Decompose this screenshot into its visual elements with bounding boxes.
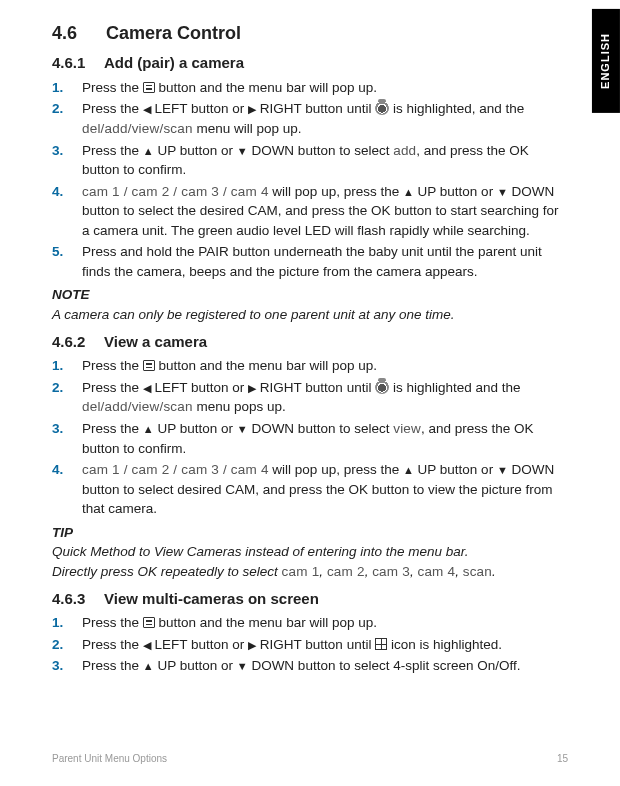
left-arrow-icon: ◀ — [143, 103, 151, 115]
step-number: 4. — [52, 460, 63, 480]
up-arrow-icon: ▲ — [143, 423, 154, 435]
heading-4-6-2: 4.6.2View a camera — [52, 331, 568, 353]
heading-4-6-1: 4.6.1Add (pair) a camera — [52, 52, 568, 74]
step-number: 4. — [52, 182, 63, 202]
step-number: 1. — [52, 78, 63, 98]
left-arrow-icon: ◀ — [143, 382, 151, 394]
menu-icon — [143, 360, 155, 371]
heading-number: 4.6 — [52, 20, 106, 46]
step-number: 3. — [52, 656, 63, 676]
camera-icon — [375, 101, 389, 115]
menu-text: del/add/view/scan — [82, 121, 193, 136]
down-arrow-icon: ▼ — [497, 464, 508, 476]
list-item: 1. Press the button and the menu bar wil… — [52, 613, 568, 633]
camera-icon — [375, 380, 389, 394]
menu-text: view — [393, 421, 421, 436]
menu-icon — [143, 617, 155, 628]
subheading-number: 4.6.3 — [52, 588, 104, 610]
list-item: 2. Press the ◀ LEFT button or ▶ RIGHT bu… — [52, 378, 568, 417]
steps-4-6-2: 1. Press the button and the menu bar wil… — [52, 356, 568, 519]
right-arrow-icon: ▶ — [248, 639, 256, 651]
list-item: 1. Press the button and the menu bar wil… — [52, 78, 568, 98]
language-tab: ENGLISH — [592, 9, 620, 113]
steps-4-6-1: 1. Press the button and the menu bar wil… — [52, 78, 568, 282]
right-arrow-icon: ▶ — [248, 382, 256, 394]
step-number: 3. — [52, 419, 63, 439]
right-arrow-icon: ▶ — [248, 103, 256, 115]
page-footer: Parent Unit Menu Options 15 — [52, 752, 568, 767]
step-number: 1. — [52, 613, 63, 633]
step-number: 1. — [52, 356, 63, 376]
list-item: 3. Press the ▲ UP button or ▼ DOWN butto… — [52, 141, 568, 180]
subheading-title: View multi-cameras on screen — [104, 590, 319, 607]
down-arrow-icon: ▼ — [497, 186, 508, 198]
step-number: 3. — [52, 141, 63, 161]
tip-label: TIP — [52, 523, 568, 543]
list-item: 2. Press the ◀ LEFT button or ▶ RIGHT bu… — [52, 99, 568, 138]
left-arrow-icon: ◀ — [143, 639, 151, 651]
list-item: 2. Press the ◀ LEFT button or ▶ RIGHT bu… — [52, 635, 568, 655]
subheading-number: 4.6.2 — [52, 331, 104, 353]
down-arrow-icon: ▼ — [237, 423, 248, 435]
menu-text: cam 1 / cam 2 / cam 3 / cam 4 — [82, 184, 269, 199]
list-item: 5. Press and hold the PAIR button undern… — [52, 242, 568, 281]
up-arrow-icon: ▲ — [143, 660, 154, 672]
note-label: NOTE — [52, 285, 568, 305]
heading-4-6-3: 4.6.3View multi-cameras on screen — [52, 588, 568, 610]
list-item: 4. cam 1 / cam 2 / cam 3 / cam 4 will po… — [52, 182, 568, 241]
tip-body: Quick Method to View Cameras instead of … — [52, 542, 568, 581]
step-number: 2. — [52, 378, 63, 398]
subheading-title: Add (pair) a camera — [104, 54, 244, 71]
note-body: A camera can only be registered to one p… — [52, 305, 568, 325]
subheading-number: 4.6.1 — [52, 52, 104, 74]
page-number: 15 — [557, 752, 568, 767]
list-item: 4. cam 1 / cam 2 / cam 3 / cam 4 will po… — [52, 460, 568, 519]
down-arrow-icon: ▼ — [237, 145, 248, 157]
list-item: 1. Press the button and the menu bar wil… — [52, 356, 568, 376]
menu-icon — [143, 82, 155, 93]
page-content: 4.6Camera Control 4.6.1Add (pair) a came… — [0, 0, 620, 676]
subheading-title: View a camera — [104, 333, 207, 350]
up-arrow-icon: ▲ — [403, 186, 414, 198]
step-number: 5. — [52, 242, 63, 262]
list-item: 3. Press the ▲ UP button or ▼ DOWN butto… — [52, 656, 568, 676]
menu-text: add — [393, 143, 416, 158]
heading-title: Camera Control — [106, 23, 241, 43]
list-item: 3. Press the ▲ UP button or ▼ DOWN butto… — [52, 419, 568, 458]
step-number: 2. — [52, 99, 63, 119]
up-arrow-icon: ▲ — [143, 145, 154, 157]
up-arrow-icon: ▲ — [403, 464, 414, 476]
menu-text: del/add/view/scan — [82, 399, 193, 414]
footer-title: Parent Unit Menu Options — [52, 752, 167, 767]
grid-icon — [375, 638, 387, 650]
step-number: 2. — [52, 635, 63, 655]
heading-4-6: 4.6Camera Control — [52, 20, 568, 46]
steps-4-6-3: 1. Press the button and the menu bar wil… — [52, 613, 568, 676]
menu-text: cam 1 / cam 2 / cam 3 / cam 4 — [82, 462, 269, 477]
down-arrow-icon: ▼ — [237, 660, 248, 672]
